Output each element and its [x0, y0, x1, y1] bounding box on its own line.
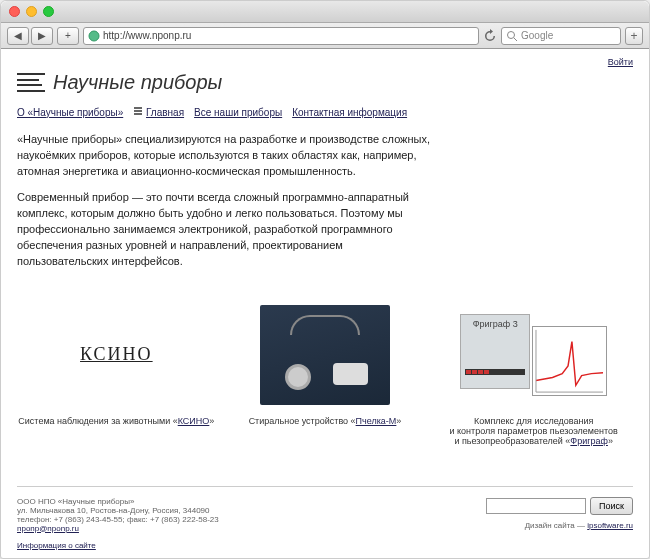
product-ksino: КСИНО Система наблюдения за животными «К…: [17, 300, 216, 446]
main-nav: О «Научные приборы» Главная Все наши при…: [17, 106, 633, 118]
site-title: Научные приборы: [53, 71, 222, 94]
svg-rect-5: [134, 113, 142, 115]
forward-button[interactable]: ▶: [31, 27, 53, 45]
site-header: Научные приборы: [17, 71, 633, 94]
footer-right: Поиск Дизайн сайта — ipsoftware.ru: [486, 497, 633, 530]
close-icon[interactable]: [9, 6, 20, 17]
svg-line-2: [514, 38, 517, 41]
product-frigraf: Фриграф 3 Комплекс для исследования и ко…: [434, 300, 633, 446]
minimize-icon[interactable]: [26, 6, 37, 17]
pchelka-caption: Стиральное устройство «Пчелка-М»: [226, 416, 425, 426]
browser-window: ◀ ▶ + http://www.nponp.ru Google + Войти…: [0, 0, 650, 559]
stack-icon: [133, 106, 143, 116]
svg-point-1: [508, 31, 515, 38]
browser-search[interactable]: Google: [501, 27, 621, 45]
site-search: Поиск: [486, 497, 633, 515]
nav-home[interactable]: Главная: [146, 107, 184, 118]
frigraf-box: Фриграф 3: [460, 314, 530, 389]
search-button[interactable]: Поиск: [590, 497, 633, 515]
nav-devices[interactable]: Все наши приборы: [194, 107, 282, 118]
intro-p1: «Научные приборы» специализируются на ра…: [17, 132, 437, 180]
footer-contact: ООО НПО «Научные приборы» ул. Мильчакова…: [17, 497, 219, 550]
browser-toolbar: ◀ ▶ + http://www.nponp.ru Google +: [1, 23, 649, 49]
ksino-link[interactable]: КСИНО: [178, 416, 210, 426]
main-content: «Научные приборы» специализируются на ра…: [17, 132, 437, 270]
intro-p2: Современный прибор — это почти всегда сл…: [17, 190, 437, 270]
footer-phone: телефон: +7 (863) 243-45-55; факс: +7 (8…: [17, 515, 219, 524]
products-row: КСИНО Система наблюдения за животными «К…: [17, 300, 633, 446]
design-credit: Дизайн сайта — ipsoftware.ru: [486, 521, 633, 530]
site-info-link[interactable]: Информация о сайте: [17, 541, 96, 550]
footer: ООО НПО «Научные приборы» ул. Мильчакова…: [17, 486, 633, 550]
add-tab-button[interactable]: +: [57, 27, 79, 45]
footer-address: ул. Мильчакова 10, Ростов-на-Дону, Росси…: [17, 506, 219, 515]
nav-about[interactable]: О «Научные приборы»: [17, 107, 123, 118]
back-button[interactable]: ◀: [7, 27, 29, 45]
frigraf-link[interactable]: Фриграф: [570, 436, 608, 446]
frigraf-caption: Комплекс для исследования и контроля пар…: [434, 416, 633, 446]
titlebar: [1, 1, 649, 23]
footer-email[interactable]: nponp@nponp.ru: [17, 524, 79, 533]
reload-icon[interactable]: [483, 29, 497, 43]
ksino-logo: КСИНО: [80, 344, 153, 365]
design-link[interactable]: ipsoftware.ru: [587, 521, 633, 530]
nav-home-wrap: Главная: [133, 106, 184, 118]
page-content: Войти Научные приборы О «Научные приборы…: [1, 49, 649, 559]
login-link[interactable]: Войти: [608, 57, 633, 67]
login-area: Войти: [17, 57, 633, 67]
traffic-lights: [9, 6, 54, 17]
frigraf-chart: [532, 326, 607, 396]
footer-company: ООО НПО «Научные приборы»: [17, 497, 219, 506]
logo-icon: [17, 72, 45, 94]
url-text: http://www.nponp.ru: [103, 30, 191, 41]
search-input[interactable]: [486, 498, 586, 514]
nav-contact[interactable]: Контактная информация: [292, 107, 407, 118]
search-placeholder: Google: [521, 30, 553, 41]
zoom-icon[interactable]: [43, 6, 54, 17]
svg-rect-3: [134, 107, 142, 109]
svg-point-0: [89, 31, 99, 41]
globe-icon: [88, 30, 100, 42]
menu-button[interactable]: +: [625, 27, 643, 45]
ksino-caption: Система наблюдения за животными «КСИНО»: [17, 416, 216, 426]
pchelka-image: [226, 300, 425, 410]
product-pchelka: Стиральное устройство «Пчелка-М»: [226, 300, 425, 446]
ksino-image: КСИНО: [17, 300, 216, 410]
pchelka-link[interactable]: Пчелка-М: [356, 416, 397, 426]
device-photo: [260, 305, 390, 405]
svg-rect-4: [134, 110, 142, 112]
url-bar[interactable]: http://www.nponp.ru: [83, 27, 479, 45]
frigraf-image: Фриграф 3: [434, 300, 633, 410]
search-icon: [506, 30, 518, 42]
